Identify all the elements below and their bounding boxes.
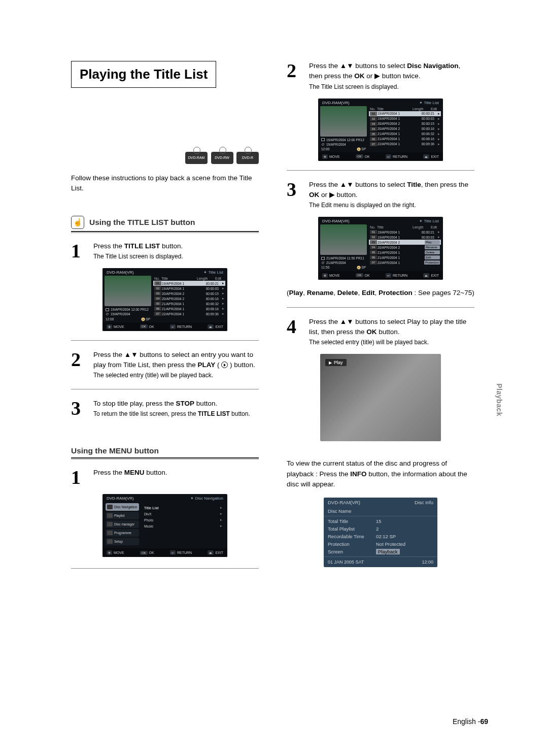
k: Disc Name	[328, 508, 376, 514]
m: DVD-RAM(VR)	[328, 500, 360, 505]
disc-icon-rw: DVD-RW	[211, 152, 233, 164]
osd-header: Title List	[424, 101, 439, 105]
t: Disc Navigation	[407, 62, 458, 70]
l: 00:09:36	[418, 142, 434, 146]
step-num: 3	[71, 399, 87, 418]
m: 11:50	[321, 265, 329, 270]
n: 03	[370, 122, 377, 126]
section-a-head: ☝ Using the TITLE LIST button	[71, 216, 259, 229]
osd-header: Disc Navigation	[195, 496, 223, 501]
l: 00:00:03	[418, 236, 434, 239]
t: TITLE LIST	[124, 242, 160, 250]
step-r2: 2 Press the ▲▼ buttons to select Disc Na…	[287, 61, 474, 91]
sep	[71, 568, 259, 569]
f: MOVE	[114, 551, 124, 554]
t: 20/APR/2004 2	[378, 127, 418, 130]
sub: The selected entry (title) will be playe…	[309, 338, 474, 347]
n: 07	[370, 260, 377, 265]
disc-compat-icons: DVD-RAM DVD-RW DVD-R	[71, 152, 259, 164]
t: 19/APR/2004 1	[162, 282, 202, 285]
v: 15	[376, 518, 433, 524]
c: Title	[377, 225, 413, 229]
n: 05	[154, 302, 161, 306]
step-a3: 3 To stop title play, press the STOP but…	[71, 399, 259, 418]
t: button.	[160, 242, 183, 250]
v: Not Protected	[376, 541, 433, 547]
l: 00:08:16	[418, 137, 434, 141]
osd-thumb	[320, 106, 367, 137]
m: SP	[361, 266, 366, 269]
step-num: 1	[71, 241, 87, 261]
step-a2: 2 Press the ▲▼ buttons to select an entr…	[71, 350, 259, 380]
t: MENU	[124, 469, 145, 476]
t: 20/APR/2004 2	[162, 297, 202, 301]
c: Length	[413, 225, 431, 229]
n: 01	[370, 230, 377, 234]
m: SP	[146, 317, 150, 321]
step-a1: 1 Press the TITLE LIST button. The Title…	[71, 241, 259, 261]
k: Total Title	[328, 518, 376, 524]
t: OK	[366, 328, 376, 336]
t: button.	[194, 400, 217, 407]
v: 2	[376, 526, 433, 532]
n: 07	[154, 312, 161, 316]
n: 05	[370, 132, 377, 136]
d: 01 JAN 2005 SAT	[328, 560, 364, 565]
page-number: English -69	[453, 717, 488, 726]
rule	[71, 457, 259, 459]
step-r4: 4 Press the ▲▼ buttons to select Play to…	[287, 317, 474, 347]
l: 00:00:15	[418, 122, 434, 125]
m: 12:00	[321, 147, 329, 151]
c: Edit	[431, 107, 440, 111]
l: 00:00:21	[418, 231, 434, 234]
l: 00:00:21	[418, 112, 434, 115]
edit-note: (Play, Rename, Delete, Edit, Protection …	[287, 288, 474, 298]
t: 21/APR/2004 1	[378, 132, 418, 136]
t: 22/APR/2004 1	[378, 261, 422, 265]
l: 00:00:16	[418, 127, 434, 130]
step-num: 4	[287, 317, 303, 347]
t: 19/APR/2004 1	[378, 112, 418, 115]
su: Music	[144, 524, 153, 528]
step-num: 3	[287, 180, 303, 210]
t: INFO	[350, 470, 366, 478]
osd-title-list: DVD-RAM(VR)✦ Title List 19/APR/2004 12:0…	[102, 268, 227, 331]
e: Protection	[424, 260, 440, 265]
c: No.	[154, 277, 161, 280]
si: Programme	[114, 531, 131, 535]
c: Edit	[215, 277, 224, 280]
osd-mode: DVD-RAM(VR)	[107, 496, 134, 501]
c: Title	[161, 277, 197, 280]
l: 00:09:36	[202, 312, 219, 316]
f: RETURN	[393, 274, 407, 277]
t: 22/APR/2004 1	[162, 312, 202, 316]
si: Disc manager	[114, 522, 134, 526]
su: Photo	[144, 518, 153, 522]
step-r3: 3 Press the ▲▼ buttons to select Title, …	[287, 180, 474, 210]
n: 04	[154, 297, 161, 301]
t: 21/APR/2004 1	[378, 256, 423, 259]
osd-title-list-2: DVD-RAM(VR)✦ Title List 19/APR/2004 12:0…	[318, 98, 443, 161]
l: 00:00:16	[202, 297, 219, 301]
n: 03	[370, 240, 377, 244]
f: RETURN	[393, 155, 407, 158]
f: MOVE	[329, 155, 340, 158]
t: Title	[407, 181, 421, 188]
t: OK	[354, 72, 364, 80]
m: 19/APR/2004	[111, 312, 130, 316]
sep	[287, 170, 474, 171]
si: Playlist	[114, 514, 125, 517]
osd-header: Title List	[424, 219, 439, 223]
c: Title	[377, 107, 413, 111]
h: Disc Info	[415, 500, 433, 505]
t: 20/APR/2004 2	[378, 241, 423, 244]
info-footnote: To view the current status of the disc a…	[287, 458, 474, 489]
osd-disc-info: DVD-RAM(VR)Disc Info Disc Name Total Tit…	[324, 498, 437, 567]
t: PLAY	[198, 361, 216, 369]
su: DivX	[144, 512, 152, 516]
t: 20/APR/2004 2	[378, 246, 423, 249]
section-a-title: Using the TITLE LIST button	[89, 218, 195, 227]
step-b1: 1 Press the MENU button.	[71, 468, 259, 487]
k: Total Playlist	[328, 526, 376, 532]
f: OK	[365, 274, 370, 277]
